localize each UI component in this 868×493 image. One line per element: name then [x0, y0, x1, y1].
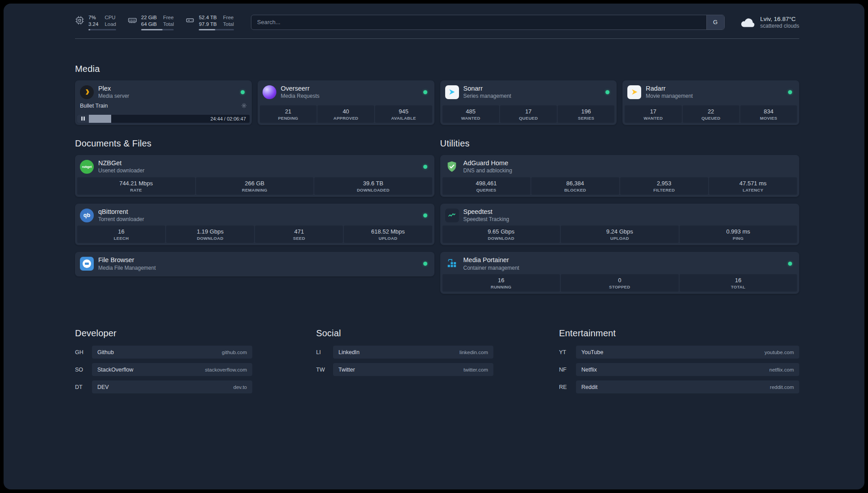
- search-area: G: [251, 15, 725, 30]
- filebrowser-icon-bar: [85, 263, 89, 265]
- playback-progress-track[interactable]: [89, 115, 207, 123]
- lower-groups: Documents & Files nzbget NZBGet Usenet d…: [75, 138, 799, 301]
- bookmark-group-entertainment: Entertainment YT YouTube youtube.com NF …: [559, 328, 799, 398]
- disk-icon: [185, 16, 195, 25]
- filebrowser-icon: [80, 257, 94, 271]
- speedtest-stats: 9.65 Gbps DOWNLOAD 9.24 Gbps UPLOAD 0.99…: [442, 226, 797, 243]
- speedtest-header: Speedtest Speedtest Tracking: [442, 206, 797, 226]
- service-desc: Usenet downloader: [98, 167, 144, 174]
- speedtest-icon: [445, 209, 459, 222]
- stat-rate: 744.21 Mbps RATE: [77, 177, 195, 195]
- search-input[interactable]: [251, 15, 706, 29]
- service-desc: DNS and adblocking: [463, 167, 512, 174]
- bookmark-row-youtube: YT YouTube youtube.com: [559, 346, 799, 359]
- stat-approved: 40 APPROVED: [317, 105, 374, 123]
- service-card-plex[interactable]: Plex Media server Bullet Train: [75, 80, 252, 125]
- nzbget-icon: nzbget: [80, 160, 94, 174]
- bookmark-abbr: GH: [75, 349, 92, 355]
- status-dot-online: [423, 90, 427, 94]
- service-desc: Media server: [98, 93, 129, 99]
- plex-icon: [80, 85, 94, 99]
- section-title-media: Media: [75, 64, 799, 74]
- service-card-filebrowser[interactable]: File Browser Media File Management: [75, 252, 434, 276]
- bookmark-link-dev[interactable]: DEV dev.to: [92, 380, 252, 393]
- service-card-radarr[interactable]: Radarr Movie management 17 WANTED 22 QUE…: [622, 80, 799, 125]
- service-name: File Browser: [98, 256, 156, 264]
- section-title-social: Social: [316, 328, 493, 338]
- service-card-speedtest[interactable]: Speedtest Speedtest Tracking 9.65 Gbps D…: [440, 204, 800, 246]
- topbar: 7% CPU 3.24 Load 22: [75, 4, 799, 30]
- speedtest-titles: Speedtest Speedtest Tracking: [463, 208, 509, 223]
- nzbget-stats: 744.21 Mbps RATE 266 GB REMAINING 39.6 T…: [77, 177, 432, 195]
- service-desc: Series management: [463, 93, 511, 99]
- bookmark-abbr: NF: [559, 367, 576, 373]
- dashboard: 7% CPU 3.24 Load 22: [4, 4, 864, 489]
- adguard-header: AdGuard Home DNS and adblocking: [442, 157, 797, 177]
- stat-seed: 471 SEED: [255, 226, 343, 243]
- disk-total-value: 97.9 TB: [199, 21, 217, 28]
- service-name: Plex: [98, 85, 129, 92]
- bookmark-link-netflix[interactable]: Netflix netflix.com: [576, 363, 799, 376]
- service-card-qbittorrent[interactable]: qb qBittorrent Torrent downloader 16 LEE…: [75, 204, 434, 246]
- service-card-adguard[interactable]: AdGuard Home DNS and adblocking 498,461 …: [440, 155, 800, 197]
- stat-available: 945 AVAILABLE: [375, 105, 432, 123]
- portainer-stats: 16 RUNNING 0 STOPPED 16 TOTAL: [442, 274, 797, 292]
- weather-condition: scattered clouds: [760, 23, 799, 29]
- bookmark-group-social: Social LI LinkedIn linkedin.com TW Twitt…: [316, 328, 493, 398]
- service-name: AdGuard Home: [463, 159, 512, 167]
- stat-series: 196 SERIES: [558, 105, 614, 123]
- bookmark-link-linkedin[interactable]: LinkedIn linkedin.com: [333, 346, 493, 359]
- bookmark-row-netflix: NF Netflix netflix.com: [559, 363, 799, 376]
- cpu-icon: [75, 16, 84, 25]
- section-title-developer: Developer: [75, 328, 252, 338]
- stat-ping: 0.993 ms PING: [680, 226, 797, 243]
- portainer-titles: Media Portainer Container management: [463, 256, 519, 271]
- adguard-shield-icon: [445, 160, 459, 174]
- nzbget-titles: NZBGet Usenet downloader: [98, 159, 144, 174]
- stat-latency: 47.571 ms LATENCY: [709, 177, 797, 195]
- playback-time: 24:44 / 02:06:47: [207, 116, 250, 121]
- bookmark-link-github[interactable]: Github github.com: [92, 346, 252, 359]
- bookmark-abbr: DT: [75, 384, 92, 390]
- qbittorrent-icon: qb: [80, 209, 94, 222]
- search-bar[interactable]: G: [251, 15, 725, 30]
- status-dot-online: [788, 262, 792, 266]
- adguard-stats: 498,461 QUERIES 86,384 BLOCKED 2,953 FIL…: [442, 177, 797, 195]
- bookmark-link-stackoverflow[interactable]: StackOverflow stackoverflow.com: [92, 363, 252, 376]
- bookmarks: Developer GH Github github.com SO StackO…: [75, 328, 799, 398]
- bookmark-link-twitter[interactable]: Twitter twitter.com: [333, 363, 493, 376]
- gear-icon[interactable]: [241, 103, 247, 109]
- radarr-icon: [627, 85, 641, 99]
- section-title-documents: Documents & Files: [75, 138, 434, 149]
- disk-free-label: Free: [223, 14, 234, 21]
- status-dot-online: [423, 262, 427, 266]
- stat-wanted: 485 WANTED: [442, 105, 499, 123]
- stat-remaining: 266 GB REMAINING: [196, 177, 314, 195]
- pause-button[interactable]: [77, 115, 89, 123]
- qbittorrent-stats: 16 LEECH 1.19 Gbps DOWNLOAD 471 SEED 6: [77, 226, 432, 243]
- service-card-overseerr[interactable]: Overseerr Media Requests 21 PENDING 40 A…: [258, 80, 434, 125]
- stat-movies: 834 MOVIES: [740, 105, 797, 123]
- bookmark-abbr: LI: [316, 349, 333, 355]
- bookmark-abbr: TW: [316, 367, 333, 373]
- service-card-portainer[interactable]: Media Portainer Container management 16 …: [440, 252, 800, 294]
- plex-player-bar[interactable]: 24:44 / 02:06:47: [77, 115, 250, 123]
- service-card-nzbget[interactable]: nzbget NZBGet Usenet downloader 744.21 M…: [75, 155, 434, 197]
- bookmark-link-reddit[interactable]: Reddit reddit.com: [576, 380, 799, 393]
- service-card-sonarr[interactable]: Sonarr Series management 485 WANTED 17 Q…: [440, 80, 617, 125]
- stat-downloaded: 39.6 TB DOWNLOADED: [314, 177, 432, 195]
- filebrowser-header: File Browser Media File Management: [77, 254, 432, 274]
- bookmark-abbr: SO: [75, 367, 92, 373]
- stat-queued: 17 QUEUED: [500, 105, 557, 123]
- stat-download: 1.19 Gbps DOWNLOAD: [166, 226, 254, 243]
- memory-total-label: Total: [163, 21, 174, 28]
- bookmark-link-youtube[interactable]: YouTube youtube.com: [576, 346, 799, 359]
- service-name: qBittorrent: [98, 208, 144, 216]
- cpu-progress-fill: [88, 29, 90, 30]
- portainer-header: Media Portainer Container management: [442, 254, 797, 274]
- resource-widgets: 7% CPU 3.24 Load 22: [75, 14, 234, 30]
- search-provider-button[interactable]: G: [706, 15, 724, 29]
- plex-header: Plex Media server: [77, 83, 250, 103]
- memory-widget: 22 GiB Free 64 GiB Total: [128, 14, 174, 30]
- utilities-column: Utilities AdGuard Home DNS and adblocki: [440, 138, 800, 301]
